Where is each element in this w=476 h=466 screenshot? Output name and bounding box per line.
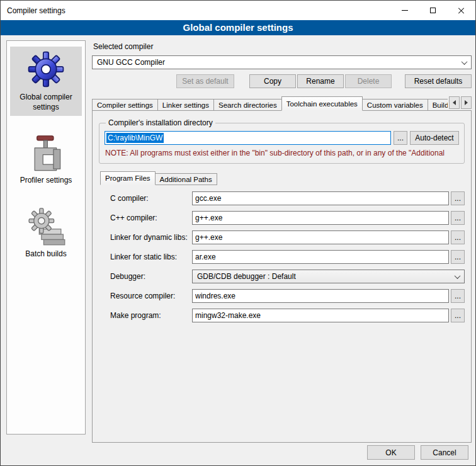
subtab-program-files[interactable]: Program Files: [100, 171, 156, 185]
installation-directory-input[interactable]: C:\raylib\MinGW: [105, 131, 391, 145]
sidebar-item-label: Profiler settings: [11, 176, 81, 186]
resource-compiler-row: Resource compiler: ...: [110, 289, 465, 303]
rename-button[interactable]: Rename: [297, 74, 344, 88]
installation-directory-group-title: Compiler's installation directory: [106, 118, 215, 127]
dynamic-linker-label: Linker for dynamic libs:: [110, 233, 192, 242]
main-content: Selected compiler GNU GCC Compiler Set a…: [92, 40, 472, 443]
tab-scroll-left-icon: [453, 100, 456, 105]
reset-defaults-button[interactable]: Reset defaults: [405, 74, 472, 88]
debugger-value: GDB/CDB debugger : Default: [197, 272, 455, 281]
window-title: Compiler settings: [7, 6, 65, 15]
auto-detect-button[interactable]: Auto-detect: [410, 131, 459, 145]
selected-compiler-label: Selected compiler: [93, 42, 472, 51]
chevron-down-icon: [455, 273, 461, 279]
make-program-row: Make program: ...: [110, 309, 465, 322]
chevron-down-icon: [462, 59, 468, 65]
close-icon: [458, 7, 465, 14]
tab-build-options[interactable]: Build options: [428, 99, 448, 111]
cpp-compiler-row: C++ compiler: ...: [110, 211, 465, 225]
ok-button[interactable]: OK: [367, 445, 415, 460]
window-controls: [390, 1, 475, 20]
program-files-subtabs: Program Files Additional Paths: [100, 171, 465, 185]
cancel-button[interactable]: Cancel: [421, 445, 468, 460]
minimize-icon: [402, 10, 408, 11]
cpp-compiler-label: C++ compiler:: [110, 213, 192, 222]
static-linker-input[interactable]: [192, 250, 449, 264]
installation-directory-group: Compiler's installation directory C:\ray…: [99, 118, 465, 164]
make-program-browse-button[interactable]: ...: [451, 309, 465, 322]
close-button[interactable]: [447, 1, 475, 20]
c-compiler-label: C compiler:: [110, 194, 192, 203]
tab-scroll-right-icon: [465, 100, 468, 105]
installation-directory-value: C:\raylib\MinGW: [106, 133, 164, 143]
tab-list: Compiler settings Linker settings Search…: [92, 96, 448, 111]
tab-scroll-left-button[interactable]: [449, 96, 460, 109]
debugger-dropdown[interactable]: GDB/CDB debugger : Default: [192, 270, 465, 283]
tab-compiler-settings[interactable]: Compiler settings: [92, 99, 158, 111]
installation-directory-browse-button[interactable]: ...: [394, 131, 407, 145]
selected-compiler-dropdown[interactable]: GNU GCC Compiler: [92, 55, 472, 69]
dialog-header: Global compiler settings: [1, 20, 475, 35]
resource-compiler-browse-button[interactable]: ...: [451, 289, 465, 303]
tab-search-directories[interactable]: Search directories: [213, 99, 282, 111]
set-as-default-button[interactable]: Set as default: [176, 74, 234, 88]
make-program-label: Make program:: [110, 311, 192, 320]
c-compiler-input[interactable]: [192, 191, 449, 205]
static-linker-row: Linker for static libs: ...: [110, 250, 465, 264]
global-compiler-settings-icon: [26, 50, 65, 89]
dialog-footer: OK Cancel: [367, 445, 468, 460]
c-compiler-browse-button[interactable]: ...: [451, 191, 465, 205]
maximize-button[interactable]: [419, 1, 447, 20]
tab-scrollers: [449, 96, 472, 109]
cpp-compiler-input[interactable]: [192, 211, 449, 225]
sidebar-item-label: Global compiler settings: [11, 93, 81, 112]
minimize-button[interactable]: [390, 1, 419, 20]
resource-compiler-input[interactable]: [192, 289, 449, 303]
tab-linker-settings[interactable]: Linker settings: [157, 99, 214, 111]
resource-compiler-label: Resource compiler:: [110, 292, 192, 300]
compiler-actions: Set as default Copy Rename Delete Reset …: [92, 74, 472, 88]
sidebar-item-label: Batch builds: [11, 249, 81, 259]
static-linker-label: Linker for static libs:: [110, 253, 192, 261]
delete-button[interactable]: Delete: [345, 74, 392, 88]
tab-scroll-right-button[interactable]: [461, 96, 472, 109]
copy-button[interactable]: Copy: [249, 74, 296, 88]
installation-note: NOTE: All programs must exist either in …: [105, 149, 458, 157]
profiler-settings-icon: [26, 133, 65, 172]
installation-directory-row: C:\raylib\MinGW ... Auto-detect: [105, 131, 459, 145]
subtab-additional-paths[interactable]: Additional Paths: [155, 173, 217, 185]
tab-custom-variables[interactable]: Custom variables: [362, 99, 428, 111]
program-files-fields: C compiler: ... C++ compiler: ... Linker…: [99, 191, 465, 322]
settings-category-list: Global compiler settings Profiler settin…: [6, 40, 86, 435]
debugger-row: Debugger: GDB/CDB debugger : Default: [110, 270, 465, 283]
batch-builds-icon: [26, 207, 65, 246]
dynamic-linker-browse-button[interactable]: ...: [451, 230, 465, 244]
static-linker-browse-button[interactable]: ...: [451, 250, 465, 264]
titlebar[interactable]: Compiler settings: [1, 1, 475, 20]
cpp-compiler-browse-button[interactable]: ...: [451, 211, 465, 225]
make-program-input[interactable]: [192, 309, 449, 322]
compiler-settings-window: Compiler settings Global compiler settin…: [0, 0, 476, 466]
toolchain-executables-panel: Compiler's installation directory C:\ray…: [92, 110, 472, 443]
debugger-label: Debugger:: [110, 272, 192, 281]
dynamic-linker-input[interactable]: [192, 230, 449, 244]
dynamic-linker-row: Linker for dynamic libs: ...: [110, 230, 465, 244]
sidebar-item-global-compiler-settings[interactable]: Global compiler settings: [10, 47, 82, 116]
sidebar-item-batch-builds[interactable]: Batch builds: [10, 203, 82, 263]
settings-tabstrip: Compiler settings Linker settings Search…: [92, 96, 472, 111]
sidebar-item-profiler-settings[interactable]: Profiler settings: [10, 130, 82, 190]
tab-toolchain-executables[interactable]: Toolchain executables: [281, 96, 363, 111]
selected-compiler-value: GNU GCC Compiler: [97, 58, 462, 67]
maximize-icon: [430, 8, 436, 13]
c-compiler-row: C compiler: ...: [110, 191, 465, 205]
